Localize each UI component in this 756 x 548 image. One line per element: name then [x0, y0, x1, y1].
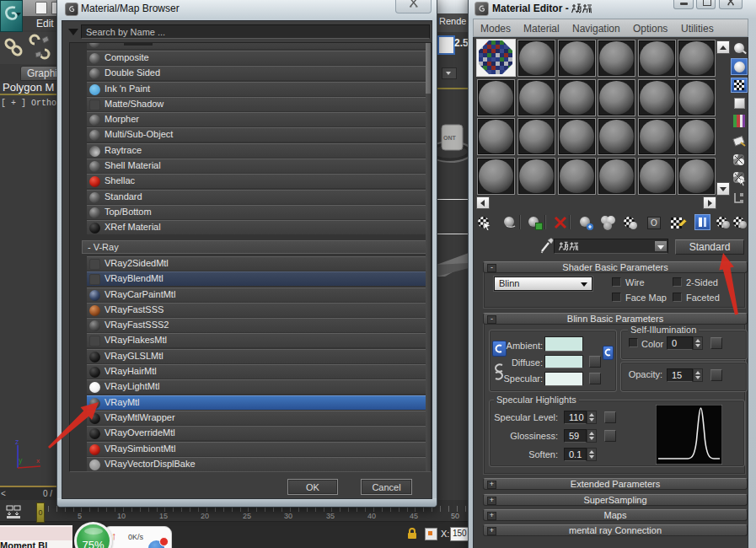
svg-text:y: y [19, 456, 23, 465]
svg-text:x: x [36, 457, 40, 465]
svg-text:z: z [15, 438, 19, 446]
svg-text:ONT: ONT [443, 135, 457, 141]
